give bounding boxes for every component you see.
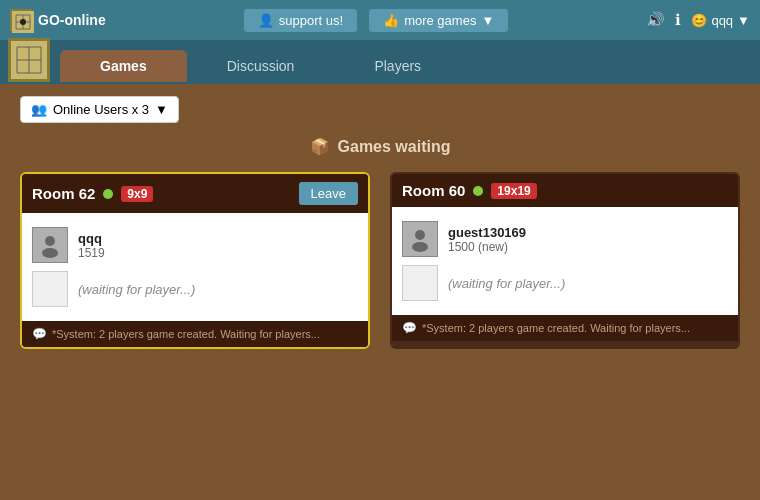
svg-point-16 [42, 248, 58, 258]
room-60-name: Room 60 [402, 182, 465, 199]
volume-button[interactable]: 🔊 [646, 11, 665, 29]
leave-button[interactable]: Leave [299, 182, 358, 205]
support-label: support us! [279, 13, 343, 28]
games-waiting-label: Games waiting [338, 138, 451, 156]
room-60-footer-text: *System: 2 players game created. Waiting… [422, 322, 690, 334]
thumbsup-icon: 👍 [383, 13, 399, 28]
room-card-60: Room 60 19x19 guest130169 1500 (ne [390, 172, 740, 349]
waiting-text: (waiting for player...) [78, 282, 195, 297]
svg-point-18 [412, 242, 428, 252]
room-60-footer: 💬 *System: 2 players game created. Waiti… [392, 315, 738, 341]
user-dropdown-arrow: ▼ [737, 13, 750, 28]
room-62-size-badge: 9x9 [121, 186, 153, 202]
chat-icon: 💬 [32, 327, 47, 341]
room-60-title: Room 60 19x19 [402, 182, 537, 199]
room-60-body: guest130169 1500 (new) (waiting for play… [392, 207, 738, 315]
online-users-button[interactable]: 👥 Online Users x 3 ▼ [20, 96, 179, 123]
nav-area: Games Discussion Players [0, 40, 760, 84]
room-62-name: Room 62 [32, 185, 95, 202]
users-icon: 👥 [31, 102, 47, 117]
waiting-box [32, 271, 68, 307]
support-button[interactable]: 👤 support us! [243, 8, 358, 33]
rooms-container: Room 62 9x9 Leave qqq 1519 [20, 172, 740, 349]
room-60-size-badge: 19x19 [491, 183, 536, 199]
svg-point-17 [415, 230, 425, 240]
tab-discussion[interactable]: Discussion [187, 50, 335, 82]
svg-point-7 [20, 19, 26, 25]
app-title: GO-online [38, 12, 106, 28]
waiting-box [402, 265, 438, 301]
player-avatar [402, 221, 438, 257]
go-logo-icon [10, 9, 32, 31]
room-62-title: Room 62 9x9 [32, 185, 153, 202]
room-card-62: Room 62 9x9 Leave qqq 1519 [20, 172, 370, 349]
main-content: 👥 Online Users x 3 ▼ 📦 Games waiting Roo… [0, 84, 760, 500]
room-60-waiting-slot: (waiting for player...) [402, 261, 728, 305]
go-board-logo [8, 38, 50, 82]
room-62-status-dot [103, 189, 113, 199]
player-info: qqq 1519 [78, 231, 105, 260]
player-name: qqq [78, 231, 105, 246]
player-avatar [32, 227, 68, 263]
room-62-player-1: qqq 1519 [32, 223, 358, 267]
top-bar: GO-online 👤 support us! 👍 more games ▼ 🔊… [0, 0, 760, 40]
user-menu-button[interactable]: 😊 qqq ▼ [691, 13, 750, 28]
room-62-footer: 💬 *System: 2 players game created. Waiti… [22, 321, 368, 347]
package-icon: 📦 [310, 137, 330, 156]
online-users-label: Online Users x 3 [53, 102, 149, 117]
room-62-header: Room 62 9x9 Leave [22, 174, 368, 213]
app-logo-area: GO-online [10, 9, 106, 31]
more-games-button[interactable]: 👍 more games ▼ [368, 8, 509, 33]
player-info: guest130169 1500 (new) [448, 225, 526, 254]
top-bar-center: 👤 support us! 👍 more games ▼ [243, 8, 509, 33]
waiting-text: (waiting for player...) [448, 276, 565, 291]
top-bar-right: 🔊 ℹ 😊 qqq ▼ [646, 11, 750, 29]
room-62-waiting-slot: (waiting for player...) [32, 267, 358, 311]
more-games-label: more games [404, 13, 476, 28]
player-score: 1519 [78, 246, 105, 260]
user-icon: 😊 [691, 13, 707, 28]
player-name: guest130169 [448, 225, 526, 240]
online-users-arrow: ▼ [155, 102, 168, 117]
dropdown-arrow-icon: ▼ [481, 13, 494, 28]
tab-games[interactable]: Games [60, 50, 187, 82]
info-button[interactable]: ℹ [675, 11, 681, 29]
room-60-status-dot [473, 186, 483, 196]
username-label: qqq [711, 13, 733, 28]
support-icon: 👤 [258, 13, 274, 28]
svg-point-15 [45, 236, 55, 246]
nav-tabs: Games Discussion Players [0, 40, 760, 84]
room-60-player-1: guest130169 1500 (new) [402, 217, 728, 261]
room-62-body: qqq 1519 (waiting for player...) [22, 213, 368, 321]
tab-players[interactable]: Players [334, 50, 461, 82]
games-waiting-header: 📦 Games waiting [20, 137, 740, 156]
room-60-header: Room 60 19x19 [392, 174, 738, 207]
player-score: 1500 (new) [448, 240, 526, 254]
room-62-footer-text: *System: 2 players game created. Waiting… [52, 328, 320, 340]
chat-icon: 💬 [402, 321, 417, 335]
